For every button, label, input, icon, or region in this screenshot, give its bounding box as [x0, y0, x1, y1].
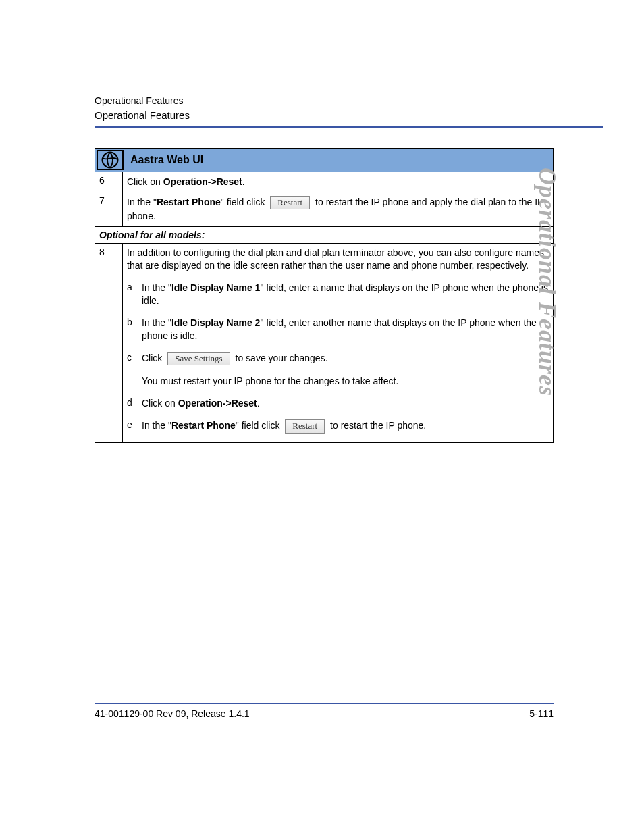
substep-row: e In the "Restart Phone" field click Res…	[127, 419, 549, 440]
optional-heading: Optional for all models:	[95, 227, 554, 244]
page-footer: 41-001129-00 Rev 09, Release 1.4.1 5-111	[95, 703, 554, 719]
substep-body: In the "Idle Display Name 1" field, ente…	[142, 282, 549, 317]
step-8-intro: In addition to configuring the dial plan…	[127, 246, 549, 272]
svg-point-0	[103, 152, 118, 167]
substep-body: In the "Restart Phone" field click Resta…	[142, 419, 549, 440]
substep-row: b In the "Idle Display Name 2" field, en…	[127, 317, 549, 352]
section-title: Aastra Web UI	[125, 149, 553, 172]
substep-label: e	[127, 419, 142, 440]
substep-body: Click Save Settings to save your changes…	[142, 352, 549, 397]
footer-rule	[95, 703, 554, 704]
step-number: 6	[95, 172, 123, 192]
step-body: In the "Restart Phone" field click Resta…	[123, 192, 554, 227]
substep-row: d Click on Operation->Reset.	[127, 397, 549, 419]
substep-label: c	[127, 352, 142, 397]
header-line-2: Operational Features	[95, 108, 603, 122]
step-number: 7	[95, 192, 123, 227]
substep-label: d	[127, 397, 142, 419]
instruction-table: Aastra Web UI 6 Click on Operation->Rese…	[95, 148, 554, 443]
step-number: 8	[95, 244, 123, 443]
substep-list: a In the "Idle Display Name 1" field, en…	[127, 282, 549, 440]
table-title-row: Aastra Web UI	[95, 148, 554, 172]
substep-c-extra: You must restart your IP phone for the c…	[142, 375, 549, 388]
table-row: 7 In the "Restart Phone" field click Res…	[95, 192, 554, 227]
header-rule	[95, 126, 603, 128]
step-body: Click on Operation->Reset.	[123, 172, 554, 192]
save-settings-button[interactable]: Save Settings	[167, 352, 230, 366]
substep-body: In the "Idle Display Name 2" field, ente…	[142, 317, 549, 352]
header-line-1: Operational Features	[95, 95, 603, 108]
page-header: Operational Features Operational Feature…	[95, 95, 603, 122]
substep-body: Click on Operation->Reset.	[142, 397, 549, 419]
restart-button[interactable]: Restart	[270, 196, 310, 210]
footer-right: 5-111	[529, 708, 554, 719]
substep-row: c Click Save Settings to save your chang…	[127, 352, 549, 397]
table-row: 8 In addition to configuring the dial pl…	[95, 244, 554, 443]
side-section-title: Operational Features	[533, 167, 562, 396]
table-row: 6 Click on Operation->Reset.	[95, 172, 554, 192]
footer-left: 41-001129-00 Rev 09, Release 1.4.1	[95, 708, 250, 719]
globe-icon	[97, 150, 124, 170]
substep-label: a	[127, 282, 142, 317]
substep-label: b	[127, 317, 142, 352]
substep-row: a In the "Idle Display Name 1" field, en…	[127, 282, 549, 317]
optional-heading-row: Optional for all models:	[95, 227, 554, 244]
step-body: In addition to configuring the dial plan…	[123, 244, 554, 443]
restart-button[interactable]: Restart	[285, 419, 325, 434]
